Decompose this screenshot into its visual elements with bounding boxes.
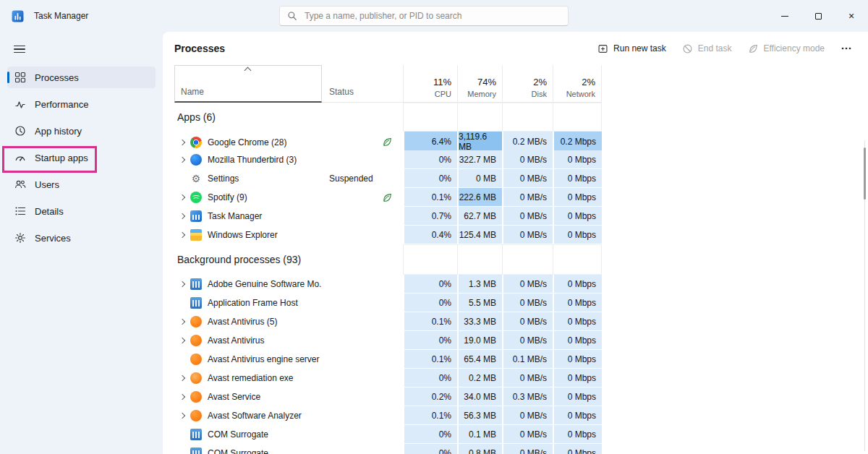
sidebar-item-label: Details [35, 206, 64, 217]
more-options-button[interactable] [841, 43, 852, 54]
disk-value: 0 MB/s [502, 312, 553, 331]
name-cell: Settings [174, 169, 322, 188]
taskmgr-icon [190, 210, 202, 222]
run-new-task-button[interactable]: Run new task [597, 43, 666, 54]
disk-value: 0 MB/s [502, 294, 553, 312]
network-total-percent: 2% [582, 77, 595, 87]
sidebar-item-label: Users [35, 179, 59, 190]
status-cell [322, 188, 403, 207]
hamburger-menu-button[interactable] [9, 39, 30, 59]
process-row[interactable]: Adobe Genuine Software Mo...0%1.3 MB0 MB… [174, 275, 868, 294]
name-cell: Application Frame Host [174, 294, 322, 312]
process-name: COM Surrogate [208, 448, 268, 454]
process-row[interactable]: SettingsSuspended0%0 MB0 MB/s0 Mbps [174, 169, 868, 188]
sidebar-item-services[interactable]: Services [7, 227, 156, 249]
cpu-value: 0% [403, 294, 457, 312]
cpu-column-header[interactable]: 11% CPU [403, 65, 457, 103]
disk-value: 0 MB/s [502, 150, 553, 169]
sidebar-item-startup-apps[interactable]: Startup apps [7, 147, 156, 168]
process-row[interactable]: Avast Service0.2%34.0 MB0.3 MB/s0 Mbps [174, 387, 868, 406]
sidebar-item-users[interactable]: Users [7, 174, 156, 195]
process-row[interactable]: Application Frame Host0%5.5 MB0 MB/s0 Mb… [174, 294, 868, 312]
name-cell: Mozilla Thunderbird (3) [174, 150, 322, 169]
scrollbar-thumb[interactable] [864, 147, 866, 200]
disk-total-percent: 2% [533, 77, 547, 87]
details-icon [14, 205, 26, 217]
expand-chevron-icon[interactable] [179, 194, 185, 200]
end-task-button[interactable]: End task [682, 43, 732, 54]
search-input[interactable] [303, 10, 561, 22]
expand-chevron-icon[interactable] [179, 139, 185, 145]
expand-chevron-icon[interactable] [179, 213, 185, 219]
close-button[interactable]: × [835, 0, 868, 32]
process-rows: Apps (6)Google Chrome (28)6.4%3,119.6 MB… [174, 103, 868, 454]
efficiency-mode-label: Efficiency mode [764, 43, 825, 53]
com-icon [190, 429, 202, 440]
ellipsis-icon [841, 43, 852, 54]
sidebar-item-details[interactable]: Details [7, 200, 156, 222]
process-row[interactable]: Avast remediation exe0%0.2 MB0 MB/s0 Mbp… [174, 369, 868, 387]
process-row[interactable]: Avast Software Analyzer0.1%56.3 MB0 MB/s… [174, 406, 868, 425]
name-cell: Avast Antivirus (5) [174, 312, 322, 331]
status-column-header[interactable]: Status [322, 65, 403, 103]
network-column-header[interactable]: 2% Network [553, 65, 602, 103]
process-row[interactable]: Mozilla Thunderbird (3)0%322.7 MB0 MB/s0… [174, 150, 868, 169]
memory-value: 1.3 MB [457, 275, 502, 294]
cpu-value: 0.4% [403, 226, 457, 244]
process-row[interactable]: Task Manager0.7%62.7 MB0 MB/s0 Mbps [174, 207, 868, 226]
efficiency-mode-button[interactable]: Efficiency mode [748, 43, 825, 54]
memory-value: 33.3 MB [457, 312, 502, 331]
search-icon [287, 11, 297, 21]
memory-column-header[interactable]: 74% Memory [457, 65, 502, 103]
process-row[interactable]: Avast Antivirus0%19.0 MB0 MB/s0 Mbps [174, 331, 868, 350]
minimize-button[interactable] [768, 0, 801, 32]
end-task-label: End task [698, 43, 732, 53]
network-value: 0 Mbps [553, 294, 602, 312]
expand-chevron-icon[interactable] [179, 338, 185, 343]
group-header[interactable]: Apps (6) [174, 103, 868, 132]
memory-total-percent: 74% [477, 77, 496, 87]
search-box[interactable] [279, 6, 569, 26]
process-row[interactable]: COM Surrogate0%0.1 MB0 MB/s0 Mbps [174, 425, 868, 444]
process-row[interactable]: Avast Antivirus engine server0.1%65.4 MB… [174, 350, 868, 369]
expand-chevron-icon[interactable] [179, 157, 185, 163]
expand-chevron-icon[interactable] [179, 375, 185, 381]
network-value: 0.2 Mbps [553, 132, 602, 153]
disk-value: 0 MB/s [502, 444, 553, 454]
name-cell: Avast Service [174, 387, 322, 406]
sidebar-item-performance[interactable]: Performance [7, 93, 156, 115]
name-cell: COM Surrogate [174, 444, 322, 454]
status-text: Suspended [329, 174, 373, 184]
memory-value: 19.0 MB [457, 331, 502, 350]
sidebar-item-processes[interactable]: Processes [7, 67, 156, 88]
process-name: Avast Software Analyzer [208, 411, 302, 421]
expand-chevron-icon[interactable] [179, 281, 185, 287]
process-row[interactable]: Avast Antivirus (5)0.1%33.3 MB0 MB/s0 Mb… [174, 312, 868, 331]
process-row[interactable]: Spotify (9)0.1%222.6 MB0 MB/s0 Mbps [174, 188, 868, 207]
page-title: Processes [174, 43, 225, 54]
process-row[interactable]: Windows Explorer0.4%125.4 MB0 MB/s0 Mbps [174, 226, 868, 244]
maximize-button[interactable] [801, 0, 835, 32]
cpu-value: 6.4% [403, 132, 457, 153]
thunderbird-icon [190, 154, 202, 166]
status-cell [322, 444, 403, 454]
disk-column-header[interactable]: 2% Disk [502, 65, 553, 103]
sidebar-item-app-history[interactable]: App history [7, 120, 156, 142]
network-value: 0 Mbps [553, 169, 602, 188]
cpu-value: 0% [403, 169, 457, 188]
expand-chevron-icon[interactable] [179, 394, 185, 400]
avast-icon [190, 335, 202, 346]
expand-chevron-icon[interactable] [179, 319, 185, 325]
process-row[interactable]: Google Chrome (28)6.4%3,119.6 MB0.2 MB/s… [174, 132, 868, 150]
process-row[interactable]: COM Surrogate0%0.8 MB0 MB/s0 Mbps [174, 444, 868, 454]
expand-chevron-icon[interactable] [179, 413, 185, 419]
status-cell [322, 406, 403, 425]
name-column-header[interactable]: Name [174, 65, 322, 103]
name-cell: Avast Antivirus [174, 331, 322, 350]
expand-chevron-icon[interactable] [179, 232, 185, 238]
efficiency-mode-icon [748, 43, 759, 54]
network-value: 0 Mbps [553, 207, 602, 226]
status-cell [322, 331, 403, 350]
group-header[interactable]: Background processes (93) [174, 244, 868, 275]
sidebar-item-label: Startup apps [35, 153, 88, 163]
